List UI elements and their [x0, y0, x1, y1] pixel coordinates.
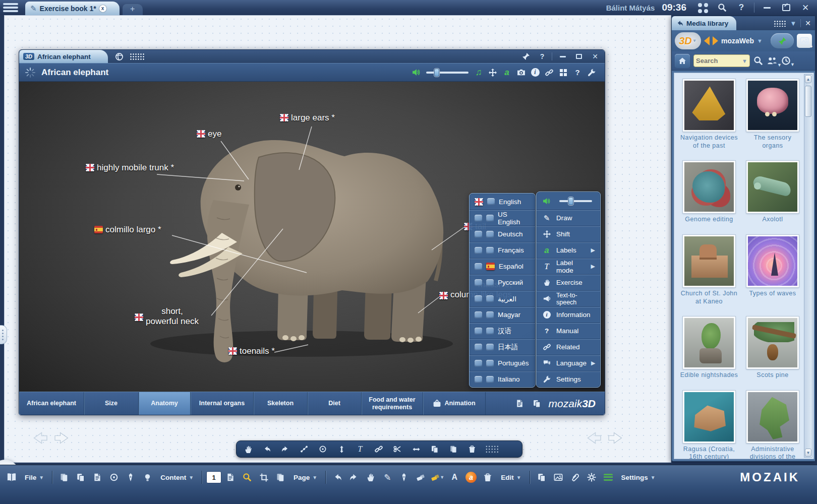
- media-item[interactable]: Edible nightshades: [679, 317, 739, 380]
- media-thumbnail[interactable]: [683, 161, 735, 213]
- views-grid-icon[interactable]: [556, 66, 570, 79]
- language-item-francais[interactable]: Français: [470, 242, 535, 258]
- exercise-book-tab[interactable]: ✎ Exercise book 1* x: [25, 2, 120, 15]
- language-checkbox[interactable]: [486, 295, 494, 302]
- content-menu[interactable]: Content▼: [156, 470, 198, 485]
- media-thumbnail[interactable]: [746, 161, 799, 213]
- menu-item-labels[interactable]: aLabels▶: [537, 242, 600, 258]
- settings-menu[interactable]: Settings▼: [617, 470, 660, 485]
- screenshot-icon[interactable]: [514, 66, 528, 79]
- media-item[interactable]: Church of St. John at Kaneo: [679, 235, 739, 305]
- media-item[interactable]: Scots pine: [743, 317, 802, 380]
- language-checkbox[interactable]: [475, 360, 482, 367]
- language-checkbox[interactable]: [475, 295, 482, 302]
- window-minimize-icon[interactable]: [556, 51, 569, 62]
- sound-icon[interactable]: [542, 197, 552, 205]
- tab-african-elephant[interactable]: African elephant: [19, 392, 84, 415]
- related-link-icon[interactable]: [542, 66, 556, 79]
- language-checkbox[interactable]: [475, 215, 482, 222]
- menu-item-language[interactable]: Language▶: [537, 355, 600, 371]
- duplicate-icon[interactable]: [427, 443, 442, 456]
- bookshelf-icon[interactable]: [4, 470, 19, 485]
- window-maximize-icon[interactable]: [572, 51, 586, 62]
- menu-item-related[interactable]: Related: [537, 339, 600, 355]
- highlighter-tool-icon[interactable]: ▼: [430, 470, 445, 485]
- undo-icon[interactable]: [259, 443, 274, 456]
- language-checkbox[interactable]: [475, 376, 482, 383]
- media-item[interactable]: Administrative divisions of the Ne...: [743, 391, 802, 459]
- undo-icon[interactable]: [330, 470, 345, 485]
- global-search-icon[interactable]: [715, 1, 730, 14]
- language-checkbox[interactable]: [475, 328, 482, 335]
- media-item[interactable]: The sensory organs: [743, 79, 802, 150]
- page-edit-icon[interactable]: [223, 470, 238, 485]
- media-item[interactable]: Genome editing: [679, 161, 739, 224]
- menu-item-settings[interactable]: Settings: [537, 371, 600, 387]
- page-number-input[interactable]: [206, 471, 221, 483]
- context-volume-thumb[interactable]: [568, 197, 573, 205]
- language-checkbox[interactable]: [475, 344, 482, 351]
- tab-internal-organs[interactable]: Internal organs: [191, 392, 254, 415]
- tab-size[interactable]: Size: [84, 392, 139, 415]
- media-thumbnail[interactable]: [683, 317, 735, 369]
- language-item-russian[interactable]: Русский: [470, 274, 535, 290]
- language-checkbox[interactable]: [475, 311, 482, 319]
- prev-source-icon[interactable]: [704, 36, 710, 45]
- crop-select-icon[interactable]: [256, 470, 271, 485]
- language-checkbox[interactable]: [486, 231, 494, 238]
- language-checkbox[interactable]: [486, 360, 494, 367]
- import-pages-icon[interactable]: [56, 470, 72, 485]
- print-icon[interactable]: [73, 470, 88, 485]
- scroll-up-icon[interactable]: ▲: [805, 75, 811, 83]
- media-thumbnail[interactable]: [683, 391, 735, 443]
- language-checkbox[interactable]: [486, 279, 494, 286]
- menu-item-exercise[interactable]: Exercise: [537, 274, 600, 290]
- scroll-down-icon[interactable]: ▼: [805, 449, 811, 457]
- file-menu[interactable]: File▼: [21, 470, 48, 485]
- pen-icon[interactable]: [123, 470, 138, 485]
- volume-slider[interactable]: [426, 72, 469, 74]
- document-icon[interactable]: [90, 470, 105, 485]
- pin-window-icon[interactable]: [519, 51, 533, 62]
- language-checkbox[interactable]: [475, 263, 482, 270]
- viewer-window-tab[interactable]: 3D African elephant: [19, 50, 108, 63]
- global-help-icon[interactable]: ?: [734, 1, 749, 14]
- distribute-icon[interactable]: [408, 443, 424, 456]
- information-icon[interactable]: i: [528, 66, 542, 79]
- delete-icon[interactable]: [464, 443, 480, 456]
- text-tool-icon[interactable]: A: [447, 470, 462, 485]
- media-thumbnail[interactable]: [746, 317, 799, 369]
- folder-tools-icon[interactable]: [534, 470, 549, 485]
- media-scrollbar[interactable]: ▲ ▼: [804, 74, 812, 458]
- language-checkbox[interactable]: [486, 311, 494, 319]
- hand-tool-icon[interactable]: [241, 443, 256, 456]
- media-thumbnail[interactable]: [746, 79, 799, 132]
- edit-menu[interactable]: Edit▼: [497, 470, 525, 485]
- language-checkbox[interactable]: [487, 198, 495, 205]
- language-item-arabic[interactable]: العربية: [470, 290, 535, 306]
- new-tab-button[interactable]: +: [123, 4, 143, 15]
- help-icon[interactable]: ?: [570, 66, 585, 79]
- text-size-icon[interactable]: T: [353, 443, 368, 456]
- next-page-arrow-icon[interactable]: [607, 429, 625, 447]
- connector-tool-icon[interactable]: [297, 443, 312, 456]
- language-item-magyar[interactable]: Magyar: [470, 306, 535, 323]
- apps-grid-icon[interactable]: [695, 1, 711, 14]
- language-item-japanese[interactable]: 日本語: [470, 339, 535, 355]
- menu-item-draw[interactable]: ✎Draw: [537, 210, 600, 226]
- user-name[interactable]: Bálint Mátyás: [606, 4, 655, 12]
- label-large-ears[interactable]: large ears *: [280, 113, 335, 123]
- tab-anatomy[interactable]: Anatomy: [139, 392, 191, 415]
- side-drawer-handle[interactable]: [0, 325, 7, 344]
- toolbar-drag-handle-icon[interactable]: [485, 445, 498, 453]
- language-item-portugues[interactable]: Português: [470, 355, 535, 371]
- link-tool-icon[interactable]: [371, 443, 386, 456]
- trash-icon[interactable]: [480, 470, 495, 485]
- 3d-category-button[interactable]: 3D▼: [675, 32, 701, 49]
- label-eye[interactable]: eye: [197, 129, 221, 139]
- home-button[interactable]: [675, 54, 690, 68]
- media-item[interactable]: Ragusa (Croatia, 16th century): [679, 391, 739, 459]
- community-icon[interactable]: ▼: [767, 56, 778, 66]
- media-thumbnail[interactable]: [746, 235, 799, 287]
- eraser-tool-icon[interactable]: [413, 470, 428, 485]
